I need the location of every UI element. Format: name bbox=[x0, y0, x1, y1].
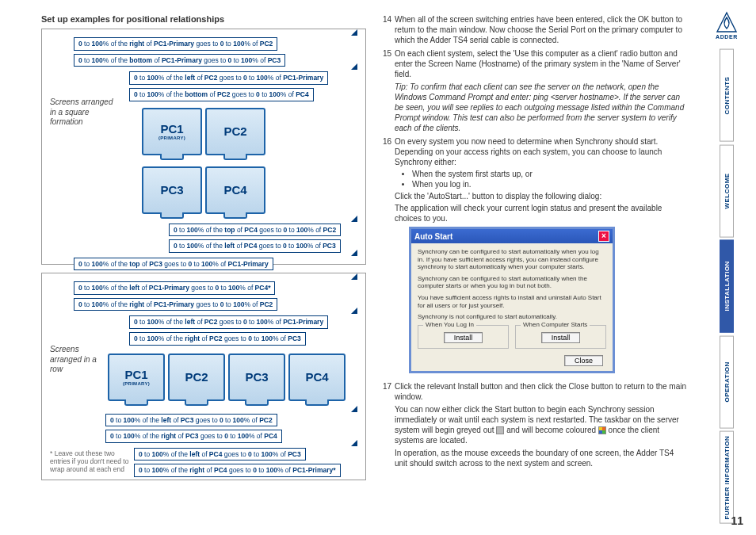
step-16: On every system you now need to determin… bbox=[395, 136, 688, 378]
adder-logo: ADDER bbox=[711, 11, 743, 44]
rule: 0 to 100% of the right of PC1-Primary go… bbox=[74, 37, 277, 51]
taskbar-grey-icon bbox=[496, 426, 504, 434]
rule: 0 to 100% of the left of PC2 goes to 0 t… bbox=[129, 71, 328, 85]
screen-pc3: PC3 bbox=[228, 353, 285, 401]
group-login: When You Log In Install bbox=[418, 325, 509, 349]
rule: 0 to 100% of the left of PC4 goes to 0 t… bbox=[134, 448, 306, 461]
step-num: 16 bbox=[380, 136, 395, 378]
rule: 0 to 100% of the right of PC2 goes to 0 … bbox=[129, 332, 306, 346]
screen-pc2: PC2 bbox=[205, 108, 265, 155]
rule: 0 to 100% of the left of PC1-Primary goe… bbox=[74, 281, 275, 295]
nav-welcome[interactable]: WELCOME bbox=[720, 145, 734, 238]
screen-pc1: PC1(PRIMARY) bbox=[108, 353, 165, 401]
rule: 0 to 100% of the left of PC2 goes to 0 t… bbox=[129, 315, 328, 329]
rule: 0 to 100% of the top of PC4 goes to 0 to… bbox=[169, 224, 341, 237]
step-14: When all of the screen switching entries… bbox=[395, 14, 688, 45]
step-num: 15 bbox=[380, 48, 395, 133]
step-15-tip: Tip: To confirm that each client can see… bbox=[395, 82, 684, 132]
footnote: * Leave out these two entries if you don… bbox=[50, 449, 129, 474]
nav-installation[interactable]: INSTALLATION bbox=[720, 240, 734, 333]
close-icon[interactable]: × bbox=[598, 231, 609, 242]
rule: 0 to 100% of the top of PC3 goes to 0 to… bbox=[74, 258, 273, 271]
rule: 0 to 100% of the right of PC1-Primary go… bbox=[74, 298, 277, 311]
page-number: 11 bbox=[731, 514, 743, 527]
install-startup-button[interactable]: Install bbox=[541, 332, 581, 343]
group-startup: When Computer Starts Install bbox=[515, 325, 606, 349]
install-login-button[interactable]: Install bbox=[444, 332, 483, 343]
step-15: On each client system, select the 'Use t… bbox=[395, 48, 688, 133]
nav-contents[interactable]: CONTENTS bbox=[720, 49, 734, 142]
diagram-square: 0 to 100% of the right of PC1-Primary go… bbox=[41, 29, 366, 265]
rule: 0 to 100% of the bottom of PC2 goes to 0… bbox=[129, 88, 314, 101]
section-heading: Set up examples for positional relations… bbox=[41, 14, 366, 24]
screen-pc1: PC1(PRIMARY) bbox=[142, 108, 202, 155]
dialog-title: Auto Start bbox=[414, 231, 452, 242]
step-num: 14 bbox=[380, 14, 395, 45]
diagram-row: 0 to 100% of the left of PC1-Primary goe… bbox=[41, 273, 366, 480]
rule: 0 to 100% of the right of PC3 goes to 0 … bbox=[105, 430, 282, 443]
screen-pc2: PC2 bbox=[168, 353, 225, 401]
rule: 0 to 100% of the left of PC3 goes to 0 t… bbox=[105, 414, 277, 427]
nav-operation[interactable]: OPERATION bbox=[720, 336, 734, 429]
nav-further-info[interactable]: FURTHER INFORMATION bbox=[720, 431, 734, 524]
close-button[interactable]: Close bbox=[564, 355, 603, 366]
step-17: Click the relevant Install button and th… bbox=[395, 381, 688, 468]
diagram-caption: Screens arranged in a square formation bbox=[50, 97, 121, 128]
screen-pc4: PC4 bbox=[205, 166, 265, 214]
screen-pc3: PC3 bbox=[142, 166, 202, 214]
rule: 0 to 100% of the bottom of PC1-Primary g… bbox=[74, 54, 285, 67]
autostart-dialog: Auto Start × Synchrony can be configured… bbox=[409, 227, 615, 373]
screen-pc4: PC4 bbox=[288, 353, 346, 401]
step-num: 17 bbox=[380, 381, 395, 468]
taskbar-colour-icon bbox=[598, 426, 606, 434]
rule: 0 to 100% of the left of PC4 goes to 0 t… bbox=[169, 239, 341, 253]
diagram-caption: Screens arranged in a row bbox=[50, 345, 97, 375]
rule: 0 to 100% of the right of PC4 goes to 0 … bbox=[134, 464, 341, 477]
